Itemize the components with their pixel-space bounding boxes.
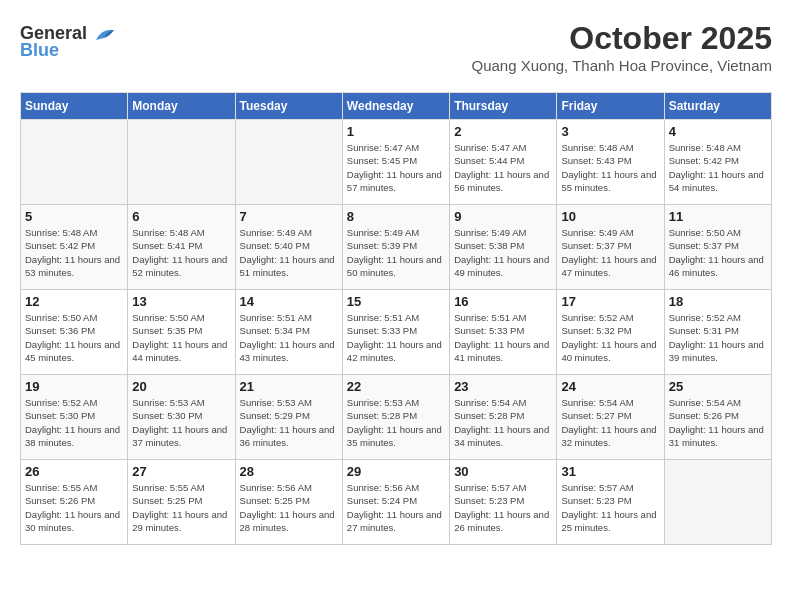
table-row: 18Sunrise: 5:52 AMSunset: 5:31 PMDayligh… [664, 290, 771, 375]
day-info: Sunrise: 5:56 AMSunset: 5:25 PMDaylight:… [240, 481, 338, 534]
day-info: Sunrise: 5:48 AMSunset: 5:42 PMDaylight:… [25, 226, 123, 279]
day-info: Sunrise: 5:54 AMSunset: 5:28 PMDaylight:… [454, 396, 552, 449]
day-info: Sunrise: 5:47 AMSunset: 5:45 PMDaylight:… [347, 141, 445, 194]
table-row: 26Sunrise: 5:55 AMSunset: 5:26 PMDayligh… [21, 460, 128, 545]
day-info: Sunrise: 5:49 AMSunset: 5:39 PMDaylight:… [347, 226, 445, 279]
table-row: 19Sunrise: 5:52 AMSunset: 5:30 PMDayligh… [21, 375, 128, 460]
table-row: 8Sunrise: 5:49 AMSunset: 5:39 PMDaylight… [342, 205, 449, 290]
day-number: 4 [669, 124, 767, 139]
header-saturday: Saturday [664, 93, 771, 120]
day-info: Sunrise: 5:49 AMSunset: 5:38 PMDaylight:… [454, 226, 552, 279]
table-row: 31Sunrise: 5:57 AMSunset: 5:23 PMDayligh… [557, 460, 664, 545]
header-friday: Friday [557, 93, 664, 120]
table-row: 16Sunrise: 5:51 AMSunset: 5:33 PMDayligh… [450, 290, 557, 375]
weekday-header-row: Sunday Monday Tuesday Wednesday Thursday… [21, 93, 772, 120]
day-info: Sunrise: 5:51 AMSunset: 5:33 PMDaylight:… [454, 311, 552, 364]
table-row: 6Sunrise: 5:48 AMSunset: 5:41 PMDaylight… [128, 205, 235, 290]
calendar-week-row: 1Sunrise: 5:47 AMSunset: 5:45 PMDaylight… [21, 120, 772, 205]
day-info: Sunrise: 5:52 AMSunset: 5:31 PMDaylight:… [669, 311, 767, 364]
header-wednesday: Wednesday [342, 93, 449, 120]
day-number: 23 [454, 379, 552, 394]
header-monday: Monday [128, 93, 235, 120]
day-info: Sunrise: 5:53 AMSunset: 5:28 PMDaylight:… [347, 396, 445, 449]
table-row: 12Sunrise: 5:50 AMSunset: 5:36 PMDayligh… [21, 290, 128, 375]
header-tuesday: Tuesday [235, 93, 342, 120]
day-number: 7 [240, 209, 338, 224]
day-number: 29 [347, 464, 445, 479]
table-row: 3Sunrise: 5:48 AMSunset: 5:43 PMDaylight… [557, 120, 664, 205]
day-number: 13 [132, 294, 230, 309]
day-number: 2 [454, 124, 552, 139]
day-number: 25 [669, 379, 767, 394]
day-number: 30 [454, 464, 552, 479]
header-sunday: Sunday [21, 93, 128, 120]
day-number: 11 [669, 209, 767, 224]
table-row: 23Sunrise: 5:54 AMSunset: 5:28 PMDayligh… [450, 375, 557, 460]
day-info: Sunrise: 5:50 AMSunset: 5:36 PMDaylight:… [25, 311, 123, 364]
day-number: 20 [132, 379, 230, 394]
table-row [21, 120, 128, 205]
table-row: 27Sunrise: 5:55 AMSunset: 5:25 PMDayligh… [128, 460, 235, 545]
table-row: 22Sunrise: 5:53 AMSunset: 5:28 PMDayligh… [342, 375, 449, 460]
day-info: Sunrise: 5:50 AMSunset: 5:35 PMDaylight:… [132, 311, 230, 364]
day-number: 15 [347, 294, 445, 309]
day-number: 18 [669, 294, 767, 309]
table-row: 9Sunrise: 5:49 AMSunset: 5:38 PMDaylight… [450, 205, 557, 290]
day-number: 10 [561, 209, 659, 224]
table-row: 10Sunrise: 5:49 AMSunset: 5:37 PMDayligh… [557, 205, 664, 290]
logo: General Blue [20, 24, 116, 61]
day-number: 16 [454, 294, 552, 309]
day-info: Sunrise: 5:54 AMSunset: 5:26 PMDaylight:… [669, 396, 767, 449]
day-info: Sunrise: 5:49 AMSunset: 5:37 PMDaylight:… [561, 226, 659, 279]
day-info: Sunrise: 5:55 AMSunset: 5:26 PMDaylight:… [25, 481, 123, 534]
table-row: 24Sunrise: 5:54 AMSunset: 5:27 PMDayligh… [557, 375, 664, 460]
table-row: 5Sunrise: 5:48 AMSunset: 5:42 PMDaylight… [21, 205, 128, 290]
table-row: 7Sunrise: 5:49 AMSunset: 5:40 PMDaylight… [235, 205, 342, 290]
day-number: 24 [561, 379, 659, 394]
day-info: Sunrise: 5:49 AMSunset: 5:40 PMDaylight:… [240, 226, 338, 279]
day-number: 14 [240, 294, 338, 309]
logo-bird-icon [94, 26, 116, 42]
day-info: Sunrise: 5:48 AMSunset: 5:41 PMDaylight:… [132, 226, 230, 279]
table-row: 28Sunrise: 5:56 AMSunset: 5:25 PMDayligh… [235, 460, 342, 545]
logo-blue: Blue [20, 40, 59, 61]
calendar-subtitle: Quang Xuong, Thanh Hoa Province, Vietnam [20, 57, 772, 74]
calendar-week-row: 26Sunrise: 5:55 AMSunset: 5:26 PMDayligh… [21, 460, 772, 545]
day-number: 8 [347, 209, 445, 224]
day-info: Sunrise: 5:57 AMSunset: 5:23 PMDaylight:… [561, 481, 659, 534]
table-row: 21Sunrise: 5:53 AMSunset: 5:29 PMDayligh… [235, 375, 342, 460]
day-info: Sunrise: 5:47 AMSunset: 5:44 PMDaylight:… [454, 141, 552, 194]
table-row: 29Sunrise: 5:56 AMSunset: 5:24 PMDayligh… [342, 460, 449, 545]
day-info: Sunrise: 5:51 AMSunset: 5:34 PMDaylight:… [240, 311, 338, 364]
day-info: Sunrise: 5:55 AMSunset: 5:25 PMDaylight:… [132, 481, 230, 534]
header-thursday: Thursday [450, 93, 557, 120]
table-row: 4Sunrise: 5:48 AMSunset: 5:42 PMDaylight… [664, 120, 771, 205]
calendar-week-row: 5Sunrise: 5:48 AMSunset: 5:42 PMDaylight… [21, 205, 772, 290]
day-number: 9 [454, 209, 552, 224]
day-number: 22 [347, 379, 445, 394]
day-number: 6 [132, 209, 230, 224]
table-row: 17Sunrise: 5:52 AMSunset: 5:32 PMDayligh… [557, 290, 664, 375]
day-number: 5 [25, 209, 123, 224]
table-row: 30Sunrise: 5:57 AMSunset: 5:23 PMDayligh… [450, 460, 557, 545]
day-info: Sunrise: 5:53 AMSunset: 5:30 PMDaylight:… [132, 396, 230, 449]
day-info: Sunrise: 5:48 AMSunset: 5:43 PMDaylight:… [561, 141, 659, 194]
table-row: 25Sunrise: 5:54 AMSunset: 5:26 PMDayligh… [664, 375, 771, 460]
day-info: Sunrise: 5:51 AMSunset: 5:33 PMDaylight:… [347, 311, 445, 364]
day-info: Sunrise: 5:53 AMSunset: 5:29 PMDaylight:… [240, 396, 338, 449]
table-row [235, 120, 342, 205]
day-info: Sunrise: 5:50 AMSunset: 5:37 PMDaylight:… [669, 226, 767, 279]
day-number: 28 [240, 464, 338, 479]
table-row: 1Sunrise: 5:47 AMSunset: 5:45 PMDaylight… [342, 120, 449, 205]
day-info: Sunrise: 5:54 AMSunset: 5:27 PMDaylight:… [561, 396, 659, 449]
day-info: Sunrise: 5:57 AMSunset: 5:23 PMDaylight:… [454, 481, 552, 534]
day-info: Sunrise: 5:56 AMSunset: 5:24 PMDaylight:… [347, 481, 445, 534]
day-number: 12 [25, 294, 123, 309]
calendar-title: October 2025 [20, 20, 772, 57]
page-header: General Blue October 2025 Quang Xuong, T… [20, 20, 772, 84]
day-number: 1 [347, 124, 445, 139]
calendar-table: Sunday Monday Tuesday Wednesday Thursday… [20, 92, 772, 545]
day-number: 19 [25, 379, 123, 394]
table-row [664, 460, 771, 545]
calendar-week-row: 12Sunrise: 5:50 AMSunset: 5:36 PMDayligh… [21, 290, 772, 375]
